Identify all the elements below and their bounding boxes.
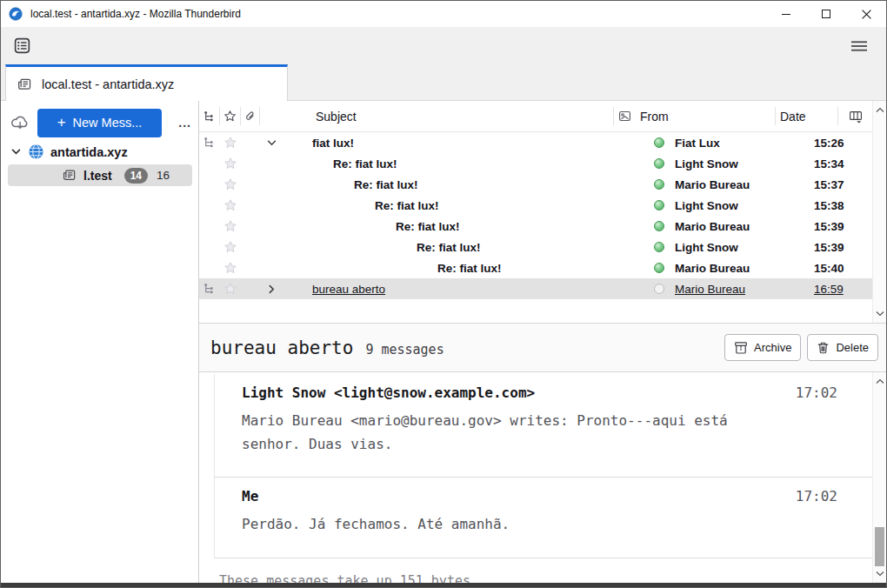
subject-cell: bureau aberto [283,283,648,296]
message-status-dot [654,200,664,210]
star-icon[interactable] [220,240,241,254]
maximize-button[interactable] [806,1,846,27]
window-controls [766,1,886,27]
from-text: Light Snow [675,199,738,212]
archive-icon [734,341,748,355]
scroll-up-arrow[interactable] [873,104,886,117]
message-list: Light Snow <light@snow.example.com>17:02… [214,374,872,558]
scroll-down-arrow[interactable] [873,567,886,580]
star-icon[interactable] [220,261,241,275]
folder-pane-options-button[interactable]: ... [178,116,191,130]
thread-column-header[interactable] [199,107,220,125]
from-text: Mario Bureau [675,262,750,275]
scroll-down-arrow[interactable] [873,307,886,320]
thread-row[interactable]: bureau abertoMario Bureau16:59 [199,278,886,299]
column-picker-button[interactable] [837,107,872,125]
thread-row[interactable]: Re: fiat lux!Mario Bureau15:39 [199,216,886,237]
message-item[interactable]: Me17:02Perdão. Já fechamos. Até amanhã. [215,478,872,558]
thread-row[interactable]: fiat lux!Fiat Lux15:26 [199,132,886,153]
date-text: 15:40 [814,262,844,275]
thread-scrollbar[interactable] [872,101,886,323]
thread-row[interactable]: Re: fiat lux!Light Snow15:39 [199,237,886,257]
from-text: Mario Bureau [675,178,750,191]
subject-text: Re: fiat lux! [437,262,502,275]
message-status-dot [654,263,664,273]
tab-local-test[interactable]: local.test - antartida.xyz [5,64,288,101]
thread-row[interactable]: Re: fiat lux!Mario Bureau15:40 [199,257,886,278]
subject-cell: Re: fiat lux! [283,262,648,275]
star-icon[interactable] [220,136,241,150]
thread-row[interactable]: Re: fiat lux!Light Snow15:34 [199,153,886,174]
message-status-dot [654,221,664,231]
from-text: Mario Bureau [675,220,750,233]
date-cell: 15:39 [810,220,872,233]
subject-cell: Re: fiat lux! [283,157,648,170]
account-row[interactable]: antartida.xyz [1,140,198,164]
subject-cell: fiat lux! [283,137,648,150]
subject-column-header[interactable]: Subject [283,110,613,124]
star-icon[interactable] [220,198,241,212]
from-cell: Fiat Lux [670,137,810,150]
delete-label: Delete [836,341,869,354]
from-text: Light Snow [675,157,738,170]
scroll-up-arrow[interactable] [873,375,886,388]
message-header: Me17:02 [242,488,837,504]
chevron-down-icon[interactable] [10,146,22,157]
message-scrollbar[interactable] [872,372,886,583]
message-status-dot [654,158,664,169]
message-header: Light Snow <light@snow.example.com>17:02 [242,384,837,401]
from-text: Fiat Lux [675,137,720,150]
twisty-collapsed-icon[interactable] [260,284,283,295]
correspondents-icon[interactable] [613,107,636,125]
from-cell: Mario Bureau [670,220,810,233]
paperclip-icon[interactable] [241,107,260,125]
thunderbird-window: local.test - antartida.xyz - Mozilla Thu… [0,0,887,588]
star-icon[interactable] [220,157,241,170]
window-bottom-edge [1,583,886,587]
globe-icon [28,144,44,160]
archive-label: Archive [754,341,791,354]
message-body: Perdão. Já fechamos. Até amanhã. [242,512,837,536]
folder-row-ltest[interactable]: l.test 14 16 [8,164,192,186]
from-cell: Mario Bureau [670,178,810,191]
subject-text: Re: fiat lux! [417,241,481,254]
from-column-header[interactable]: From [636,110,775,124]
star-icon[interactable] [220,177,241,191]
date-column-header[interactable]: Date [775,107,837,125]
star-column-header[interactable] [220,107,241,125]
spaces-toggle-button[interactable] [9,33,35,59]
scrollbar-thumb[interactable] [875,527,884,566]
unread-badge: 14 [124,168,148,184]
unread-dot-icon [648,158,670,169]
newsgroup-icon [17,77,32,92]
folder-pane: + New Mess... ... [1,101,199,583]
message-count: 9 messages [365,342,444,357]
new-message-button[interactable]: + New Mess... [37,109,162,137]
newsgroup-icon [62,168,77,183]
message-item[interactable]: Light Snow <light@snow.example.com>17:02… [215,374,872,478]
archive-button[interactable]: Archive [724,334,801,361]
thread-row[interactable]: Re: fiat lux!Light Snow15:38 [199,195,886,216]
close-button[interactable] [846,1,886,27]
thread-icon [199,283,220,295]
subject-text: fiat lux! [312,137,354,150]
subject-text: Re: fiat lux! [396,220,460,233]
app-menu-button[interactable] [846,33,872,59]
message-time: 17:02 [796,488,837,504]
star-icon[interactable] [220,219,241,233]
unread-dot-icon [648,242,670,252]
messages-size-note: These messages take up 151 bytes. [199,558,886,583]
get-messages-button[interactable] [9,111,31,134]
star-icon[interactable] [220,282,241,296]
delete-button[interactable]: Delete [807,334,878,361]
thread-list-rows: fiat lux!Fiat Lux15:26Re: fiat lux!Light… [199,132,886,299]
message-status-dot [654,137,664,148]
read-dot-icon [648,284,670,294]
from-cell: Mario Bureau [670,262,810,275]
twisty-expanded-icon[interactable] [260,137,283,149]
total-count: 16 [157,169,170,182]
date-text: 15:39 [814,220,844,233]
thread-row[interactable]: Re: fiat lux!Mario Bureau15:37 [199,174,886,195]
minimize-button[interactable] [766,1,806,27]
message-status-dot [654,179,664,190]
